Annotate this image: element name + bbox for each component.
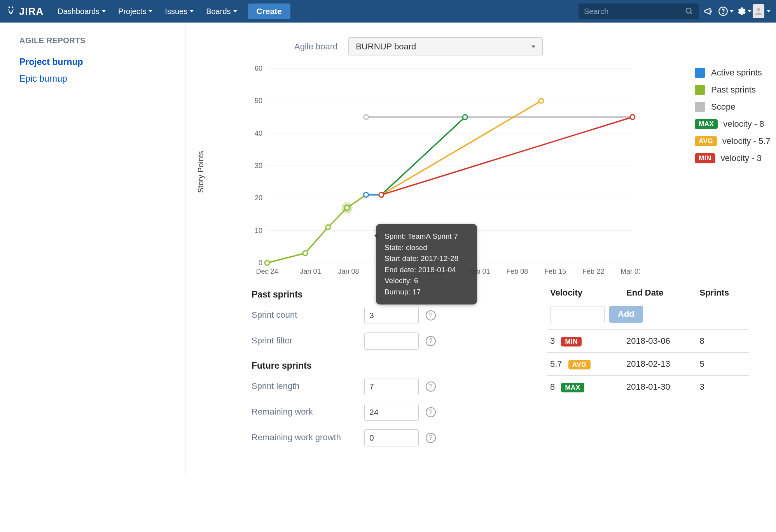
help-icon[interactable]: ?: [426, 433, 436, 443]
burnup-chart: Story Points 0102030405060Dec 24Jan 01Ja…: [252, 65, 749, 275]
add-velocity-button[interactable]: Add: [609, 306, 643, 323]
board-select-label: Agile board: [294, 42, 337, 52]
remaining-work-label: Remaining work: [252, 404, 364, 417]
feedback-icon[interactable]: [699, 0, 717, 23]
board-select[interactable]: BURNUP board: [348, 37, 543, 56]
svg-text:0: 0: [259, 259, 262, 267]
nav-item-projects[interactable]: Projects: [112, 0, 159, 23]
avatar-icon: [753, 4, 764, 18]
svg-point-2: [686, 8, 691, 13]
svg-text:Mar 01: Mar 01: [620, 268, 640, 275]
help-icon[interactable]: [717, 0, 735, 23]
future-sprints-heading: Future sprints: [252, 360, 446, 371]
remaining-growth-label: Remaining work growth: [252, 429, 364, 443]
th-end-date: End Date: [623, 284, 696, 303]
svg-point-1: [12, 6, 13, 8]
help-icon[interactable]: ?: [426, 407, 436, 417]
nav-item-boards[interactable]: Boards: [200, 0, 243, 23]
remaining-growth-input[interactable]: [364, 429, 419, 446]
svg-text:Feb 08: Feb 08: [506, 268, 528, 275]
search-box[interactable]: [579, 4, 699, 19]
table-row: 8 MAX2018-01-303: [547, 375, 749, 398]
sprint-filter-label: Sprint filter: [252, 332, 364, 346]
help-icon[interactable]: ?: [426, 382, 436, 392]
legend-item: Active sprints: [695, 68, 776, 78]
chevron-down-icon: [531, 46, 535, 48]
nav-item-dashboards[interactable]: Dashboards: [51, 0, 112, 23]
legend-item: Past sprints: [695, 85, 776, 95]
svg-text:Feb 22: Feb 22: [582, 268, 604, 275]
svg-point-33: [326, 225, 330, 229]
svg-text:50: 50: [255, 97, 262, 105]
svg-point-45: [630, 115, 635, 119]
svg-point-0: [9, 6, 10, 8]
svg-point-44: [379, 192, 384, 197]
chart-legend: Active sprintsPast sprintsScopeMAXveloci…: [695, 65, 776, 170]
svg-text:10: 10: [255, 227, 262, 234]
sidebar-link-project-burnup[interactable]: Project burnup: [19, 54, 165, 70]
svg-point-47: [345, 205, 350, 210]
svg-text:Feb 15: Feb 15: [544, 268, 566, 275]
nav-item-issues[interactable]: Issues: [159, 0, 200, 23]
sprint-length-label: Sprint length: [252, 378, 364, 391]
y-axis-label: Story Points: [196, 151, 205, 193]
velocity-input[interactable]: [550, 306, 605, 323]
jira-logo-icon: [5, 6, 16, 17]
board-select-value: BURNUP board: [356, 42, 416, 52]
svg-point-41: [463, 115, 467, 119]
create-button[interactable]: Create: [248, 4, 290, 19]
help-icon[interactable]: ?: [426, 336, 436, 346]
svg-point-6: [757, 8, 760, 11]
top-nav: JIRA DashboardsProjectsIssuesBoards Crea…: [0, 0, 776, 23]
legend-item: AVGvelocity - 5.7: [695, 136, 776, 146]
user-menu[interactable]: [753, 0, 771, 23]
svg-point-36: [364, 192, 369, 197]
svg-text:40: 40: [255, 130, 262, 137]
svg-text:60: 60: [255, 65, 262, 72]
table-row: 3 MIN2018-03-068: [547, 329, 749, 352]
svg-text:Jan 01: Jan 01: [300, 268, 321, 275]
svg-point-31: [265, 261, 269, 265]
chart-tooltip: Sprint: TeamA Sprint 7State: closedStart…: [376, 224, 477, 304]
main-content: Agile board BURNUP board Story Points 01…: [185, 23, 776, 474]
settings-icon[interactable]: [735, 0, 753, 23]
svg-text:Jan 08: Jan 08: [338, 268, 359, 275]
remaining-work-input[interactable]: [364, 404, 419, 421]
search-input[interactable]: [584, 7, 685, 16]
svg-point-32: [303, 251, 308, 256]
legend-item: MINvelocity - 3: [695, 153, 776, 163]
sidebar: AGILE REPORTS Project burnupEpic burnup: [0, 23, 185, 474]
sidebar-link-epic-burnup[interactable]: Epic burnup: [19, 70, 165, 87]
sprint-count-label: Sprint count: [252, 307, 364, 320]
sprint-length-input[interactable]: [364, 378, 419, 395]
svg-point-43: [539, 98, 544, 103]
jira-logo[interactable]: JIRA: [5, 5, 44, 18]
search-icon: [685, 7, 694, 16]
svg-point-5: [723, 13, 724, 14]
sidebar-title: AGILE REPORTS: [19, 36, 165, 45]
table-row: 5.7 AVG2018-02-135: [547, 352, 749, 375]
th-sprints: Sprints: [696, 284, 749, 303]
svg-line-3: [690, 12, 692, 14]
velocity-table: Velocity End Date Sprints Add3 MIN2018-0…: [547, 284, 749, 398]
svg-text:Dec 24: Dec 24: [256, 268, 278, 275]
sprint-filter-input[interactable]: [364, 332, 419, 350]
sprint-count-input[interactable]: [364, 307, 419, 324]
help-icon[interactable]: ?: [426, 310, 436, 320]
legend-item: MAXvelocity - 8: [695, 119, 776, 129]
svg-text:20: 20: [255, 194, 262, 202]
logo-text: JIRA: [19, 5, 44, 18]
th-velocity: Velocity: [547, 284, 623, 303]
svg-point-38: [364, 115, 369, 119]
svg-text:30: 30: [255, 162, 262, 170]
legend-item: Scope: [695, 102, 776, 112]
